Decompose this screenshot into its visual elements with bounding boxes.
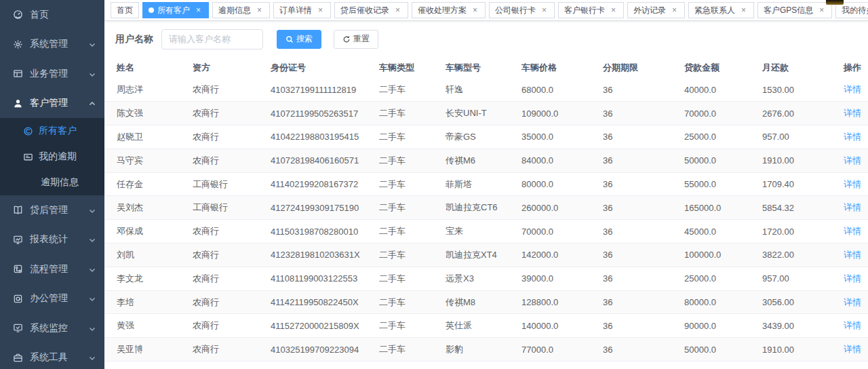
chevron-down-icon <box>88 70 96 78</box>
table-cell: 陈文强 <box>104 102 193 125</box>
sidebar-item[interactable]: 报表统计 <box>0 225 104 255</box>
sidebar-item[interactable]: 系统管理 <box>0 30 104 60</box>
tab[interactable]: 客户银行卡× <box>558 2 624 18</box>
table-row: 吴刘杰工商银行412724199309175190二手车凯迪拉克CT626000… <box>104 196 868 220</box>
table-cell: 农商行 <box>193 244 271 267</box>
detail-link[interactable]: 详情 <box>844 108 861 118</box>
detail-link[interactable]: 详情 <box>844 226 861 236</box>
table-cell: 70000.0 <box>521 220 603 244</box>
tab-close-icon[interactable]: × <box>817 6 826 15</box>
detail-link[interactable]: 详情 <box>844 320 861 330</box>
detail-link[interactable]: 详情 <box>844 202 861 212</box>
sidebar-item[interactable]: 客户管理 <box>0 89 104 119</box>
tab[interactable]: 订单详情× <box>273 2 331 18</box>
sidebar-subitem[interactable]: 逾期信息 <box>0 170 104 195</box>
refresh-icon <box>342 35 351 43</box>
reset-button[interactable]: 重置 <box>334 30 378 49</box>
grid-icon <box>12 69 23 79</box>
detail-link[interactable]: 详情 <box>844 344 861 354</box>
tab-close-icon[interactable]: × <box>255 6 264 15</box>
sidebar: 首页系统管理业务管理客户管理所有客户我的逾期逾期信息贷后管理报表统计流程管理办公… <box>0 0 104 369</box>
table-cell: 36 <box>603 314 684 338</box>
detail-link[interactable]: 详情 <box>844 155 861 166</box>
detail-link[interactable]: 详情 <box>844 132 861 142</box>
table-cell: 1709.40 <box>762 172 844 196</box>
table-cell: 邓保成 <box>104 220 193 244</box>
sidebar-item[interactable]: 系统监控 <box>0 313 104 343</box>
table-cell: 1910.00 <box>762 149 844 172</box>
card-icon <box>22 151 33 162</box>
table-cell-action: 详情 <box>844 314 868 338</box>
tab[interactable]: 客户GPS信息× <box>757 2 832 18</box>
table-cell: 41152720000215809X <box>271 314 379 338</box>
detail-link[interactable]: 详情 <box>844 297 861 307</box>
table-cell: 3822.00 <box>762 244 844 267</box>
tab-close-icon[interactable]: × <box>609 6 618 15</box>
table-cell: 二手车 <box>379 196 446 220</box>
search-button[interactable]: 搜索 <box>277 30 321 49</box>
table-cell: 50000.0 <box>684 338 762 362</box>
detail-link[interactable]: 详情 <box>844 273 861 284</box>
tab-close-icon[interactable]: × <box>670 6 679 15</box>
sidebar-item[interactable]: 系统工具 <box>0 343 104 369</box>
sidebar-item[interactable]: 业务管理 <box>0 59 104 89</box>
tab-close-icon[interactable]: × <box>471 6 479 15</box>
tab-label: 外访记录 <box>633 5 666 16</box>
tab[interactable]: 首页 <box>111 2 139 18</box>
table-cell: 吴刘杰 <box>104 196 193 220</box>
table-cell: 410721199505263517 <box>271 102 379 125</box>
sidebar-subitem[interactable]: 我的逾期 <box>0 144 104 170</box>
tab[interactable]: 催收处理方案× <box>412 2 486 18</box>
gear-icon <box>12 39 23 50</box>
tab[interactable]: 紧急联系人× <box>688 2 754 18</box>
table-cell: 农商行 <box>193 102 271 125</box>
sidebar-subitem[interactable]: 所有客户 <box>0 118 104 144</box>
sidebar-item[interactable]: 办公管理 <box>0 284 104 314</box>
table-cell <box>603 362 684 369</box>
table-cell: 凯迪拉克XT4 <box>446 244 521 267</box>
table-cell: 260000.0 <box>521 196 603 220</box>
table-row: 任存金工商银行411402199208167372二手车菲斯塔80000.036… <box>104 172 868 196</box>
table-cell: 142000.0 <box>521 244 603 267</box>
tab-label: 首页 <box>117 5 133 16</box>
tab-label: 我的待办 <box>842 5 868 16</box>
table-row: 赵晓卫农商行410422198803195415二手车帝豪GS35000.036… <box>104 125 868 149</box>
tab[interactable]: 公司银行卡× <box>489 2 555 18</box>
table-row: 刘凯农商行41232819810203631X二手车凯迪拉克XT4142000.… <box>104 244 868 267</box>
table-header-cell: 月还款 <box>762 57 844 78</box>
tab[interactable]: 所有客户× <box>142 2 209 18</box>
detail-link[interactable]: 详情 <box>844 250 861 260</box>
customer-table: 姓名资方身份证号车辆类型车辆型号车辆价格分期期限贷款金额月还款操作 周志洋农商行… <box>104 57 868 369</box>
sidebar-item[interactable]: 首页 <box>0 0 104 30</box>
table-row: 李文龙农商行411081199003122553二手车远景X339000.036… <box>104 267 868 290</box>
table-cell: 二手车 <box>379 267 446 290</box>
table-cell: 任存金 <box>104 172 193 196</box>
table-header-cell: 资方 <box>193 57 271 78</box>
tab[interactable]: 外访记录× <box>627 2 685 18</box>
avatar-partial <box>826 0 844 5</box>
tab[interactable]: 逾期信息× <box>212 2 270 18</box>
book-icon <box>12 205 23 216</box>
tab-close-icon[interactable]: × <box>194 6 203 15</box>
chart-icon <box>12 234 23 245</box>
detail-link[interactable]: 详情 <box>844 179 861 189</box>
tab-close-icon[interactable]: × <box>739 6 748 15</box>
table-cell: 1910.00 <box>762 338 844 362</box>
tab-label: 公司银行卡 <box>495 5 536 16</box>
tab-label: 客户GPS信息 <box>764 5 813 16</box>
tab-close-icon[interactable]: × <box>316 6 325 15</box>
sidebar-item-label: 报表统计 <box>30 233 88 246</box>
tab-close-icon[interactable]: × <box>393 6 402 15</box>
tab-label: 逾期信息 <box>218 5 251 16</box>
customer-name-input[interactable] <box>161 29 263 50</box>
table-cell: 二手车 <box>379 102 446 125</box>
table-cell: 25000.0 <box>684 125 762 149</box>
table-cell-action: 详情 <box>844 244 868 267</box>
sidebar-item[interactable]: 流程管理 <box>0 254 104 284</box>
detail-link[interactable]: 详情 <box>844 84 861 94</box>
sidebar-item[interactable]: 贷后管理 <box>0 195 104 225</box>
table-cell: 英仕派 <box>446 314 521 338</box>
sidebar-item-label: 流程管理 <box>30 263 88 275</box>
tab-close-icon[interactable]: × <box>540 6 549 15</box>
tab[interactable]: 贷后催收记录× <box>334 2 408 18</box>
